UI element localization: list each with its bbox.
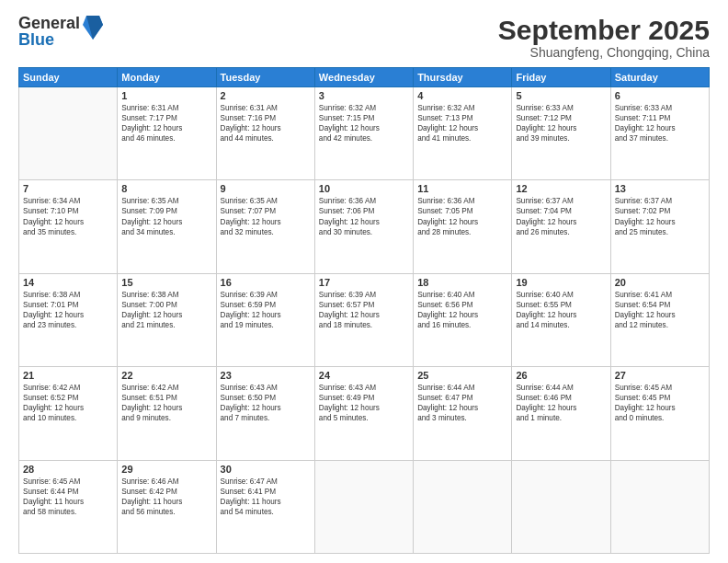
header: General Blue September 2025 Shuangfeng, …	[18, 15, 710, 60]
day-number: 26	[516, 370, 606, 381]
calendar-cell: 15Sunrise: 6:38 AM Sunset: 7:00 PM Dayli…	[118, 273, 216, 366]
calendar-cell: 29Sunrise: 6:46 AM Sunset: 6:42 PM Dayli…	[118, 460, 216, 553]
logo-general: General	[18, 15, 80, 31]
day-info: Sunrise: 6:44 AM Sunset: 6:47 PM Dayligh…	[417, 383, 507, 423]
calendar-header-row: SundayMondayTuesdayWednesdayThursdayFrid…	[19, 68, 710, 87]
day-number: 29	[121, 464, 211, 475]
calendar-cell	[314, 460, 413, 553]
day-info: Sunrise: 6:32 AM Sunset: 7:13 PM Dayligh…	[417, 103, 507, 144]
day-number: 7	[23, 183, 113, 194]
day-info: Sunrise: 6:41 AM Sunset: 6:54 PM Dayligh…	[615, 290, 705, 330]
calendar-cell: 20Sunrise: 6:41 AM Sunset: 6:54 PM Dayli…	[610, 273, 709, 366]
day-number: 11	[417, 183, 507, 194]
calendar-cell: 8Sunrise: 6:35 AM Sunset: 7:09 PM Daylig…	[118, 180, 216, 273]
day-info: Sunrise: 6:33 AM Sunset: 7:11 PM Dayligh…	[615, 103, 705, 144]
day-number: 5	[516, 90, 606, 101]
calendar-cell: 3Sunrise: 6:32 AM Sunset: 7:15 PM Daylig…	[314, 87, 413, 180]
day-info: Sunrise: 6:40 AM Sunset: 6:55 PM Dayligh…	[516, 290, 606, 330]
week-row-2: 7Sunrise: 6:34 AM Sunset: 7:10 PM Daylig…	[19, 180, 710, 273]
col-header-saturday: Saturday	[610, 68, 709, 87]
day-number: 27	[615, 370, 705, 381]
calendar-cell: 11Sunrise: 6:36 AM Sunset: 7:05 PM Dayli…	[414, 180, 512, 273]
day-info: Sunrise: 6:39 AM Sunset: 6:57 PM Dayligh…	[319, 290, 409, 330]
day-info: Sunrise: 6:40 AM Sunset: 6:56 PM Dayligh…	[417, 290, 507, 330]
calendar-cell: 27Sunrise: 6:45 AM Sunset: 6:45 PM Dayli…	[610, 367, 709, 460]
day-info: Sunrise: 6:34 AM Sunset: 7:10 PM Dayligh…	[23, 196, 113, 236]
calendar-cell: 18Sunrise: 6:40 AM Sunset: 6:56 PM Dayli…	[414, 273, 512, 366]
col-header-monday: Monday	[118, 68, 216, 87]
day-number: 12	[516, 183, 606, 194]
day-number: 10	[319, 183, 409, 194]
calendar-cell: 4Sunrise: 6:32 AM Sunset: 7:13 PM Daylig…	[414, 87, 512, 180]
day-info: Sunrise: 6:31 AM Sunset: 7:17 PM Dayligh…	[121, 103, 211, 144]
calendar-cell: 23Sunrise: 6:43 AM Sunset: 6:50 PM Dayli…	[216, 367, 314, 460]
day-number: 13	[615, 183, 705, 194]
day-number: 21	[23, 370, 113, 381]
day-number: 17	[319, 277, 409, 288]
day-info: Sunrise: 6:35 AM Sunset: 7:09 PM Dayligh…	[121, 196, 211, 236]
location-title: Shuangfeng, Chongqing, China	[498, 45, 710, 60]
day-info: Sunrise: 6:43 AM Sunset: 6:50 PM Dayligh…	[221, 383, 311, 423]
calendar-cell: 6Sunrise: 6:33 AM Sunset: 7:11 PM Daylig…	[610, 87, 709, 180]
day-info: Sunrise: 6:45 AM Sunset: 6:45 PM Dayligh…	[615, 383, 705, 423]
calendar-cell: 22Sunrise: 6:42 AM Sunset: 6:51 PM Dayli…	[118, 367, 216, 460]
calendar-cell: 14Sunrise: 6:38 AM Sunset: 7:01 PM Dayli…	[19, 273, 118, 366]
day-info: Sunrise: 6:37 AM Sunset: 7:02 PM Dayligh…	[615, 196, 705, 236]
calendar-cell: 30Sunrise: 6:47 AM Sunset: 6:41 PM Dayli…	[216, 460, 314, 553]
page: General Blue September 2025 Shuangfeng, …	[0, 0, 728, 563]
day-info: Sunrise: 6:38 AM Sunset: 7:01 PM Dayligh…	[23, 290, 113, 330]
calendar-cell: 10Sunrise: 6:36 AM Sunset: 7:06 PM Dayli…	[314, 180, 413, 273]
calendar-cell: 1Sunrise: 6:31 AM Sunset: 7:17 PM Daylig…	[118, 87, 216, 180]
day-number: 8	[121, 183, 211, 194]
calendar-cell: 5Sunrise: 6:33 AM Sunset: 7:12 PM Daylig…	[512, 87, 610, 180]
calendar-cell: 26Sunrise: 6:44 AM Sunset: 6:46 PM Dayli…	[512, 367, 610, 460]
calendar-cell	[512, 460, 610, 553]
logo: General Blue	[18, 15, 103, 48]
title-section: September 2025 Shuangfeng, Chongqing, Ch…	[498, 15, 710, 60]
col-header-friday: Friday	[512, 68, 610, 87]
calendar-cell: 28Sunrise: 6:45 AM Sunset: 6:44 PM Dayli…	[19, 460, 118, 553]
day-number: 23	[221, 370, 311, 381]
day-number: 30	[221, 464, 311, 475]
week-row-3: 14Sunrise: 6:38 AM Sunset: 7:01 PM Dayli…	[19, 273, 710, 366]
logo-icon	[83, 14, 103, 45]
week-row-5: 28Sunrise: 6:45 AM Sunset: 6:44 PM Dayli…	[19, 460, 710, 553]
day-info: Sunrise: 6:47 AM Sunset: 6:41 PM Dayligh…	[221, 477, 311, 517]
day-info: Sunrise: 6:33 AM Sunset: 7:12 PM Dayligh…	[516, 103, 606, 144]
calendar-cell: 25Sunrise: 6:44 AM Sunset: 6:47 PM Dayli…	[414, 367, 512, 460]
calendar-cell: 17Sunrise: 6:39 AM Sunset: 6:57 PM Dayli…	[314, 273, 413, 366]
day-number: 6	[615, 90, 705, 101]
calendar-cell: 16Sunrise: 6:39 AM Sunset: 6:59 PM Dayli…	[216, 273, 314, 366]
day-number: 14	[23, 277, 113, 288]
day-number: 2	[221, 90, 311, 101]
day-number: 25	[417, 370, 507, 381]
col-header-tuesday: Tuesday	[216, 68, 314, 87]
day-number: 22	[121, 370, 211, 381]
day-info: Sunrise: 6:44 AM Sunset: 6:46 PM Dayligh…	[516, 383, 606, 423]
week-row-4: 21Sunrise: 6:42 AM Sunset: 6:52 PM Dayli…	[19, 367, 710, 460]
calendar-cell	[414, 460, 512, 553]
calendar-cell: 19Sunrise: 6:40 AM Sunset: 6:55 PM Dayli…	[512, 273, 610, 366]
calendar-cell: 7Sunrise: 6:34 AM Sunset: 7:10 PM Daylig…	[19, 180, 118, 273]
calendar-cell: 2Sunrise: 6:31 AM Sunset: 7:16 PM Daylig…	[216, 87, 314, 180]
day-info: Sunrise: 6:35 AM Sunset: 7:07 PM Dayligh…	[221, 196, 311, 236]
col-header-wednesday: Wednesday	[314, 68, 413, 87]
calendar-cell: 13Sunrise: 6:37 AM Sunset: 7:02 PM Dayli…	[610, 180, 709, 273]
day-number: 28	[23, 464, 113, 475]
day-number: 19	[516, 277, 606, 288]
day-number: 18	[417, 277, 507, 288]
calendar-cell: 12Sunrise: 6:37 AM Sunset: 7:04 PM Dayli…	[512, 180, 610, 273]
logo-blue: Blue	[18, 31, 80, 48]
day-number: 9	[221, 183, 311, 194]
day-number: 3	[319, 90, 409, 101]
day-info: Sunrise: 6:31 AM Sunset: 7:16 PM Dayligh…	[221, 103, 311, 144]
col-header-sunday: Sunday	[19, 68, 118, 87]
day-info: Sunrise: 6:43 AM Sunset: 6:49 PM Dayligh…	[319, 383, 409, 423]
day-number: 1	[121, 90, 211, 101]
day-number: 15	[121, 277, 211, 288]
day-info: Sunrise: 6:45 AM Sunset: 6:44 PM Dayligh…	[23, 477, 113, 517]
day-info: Sunrise: 6:32 AM Sunset: 7:15 PM Dayligh…	[319, 103, 409, 144]
day-info: Sunrise: 6:39 AM Sunset: 6:59 PM Dayligh…	[221, 290, 311, 330]
day-number: 24	[319, 370, 409, 381]
month-title: September 2025	[498, 15, 710, 45]
